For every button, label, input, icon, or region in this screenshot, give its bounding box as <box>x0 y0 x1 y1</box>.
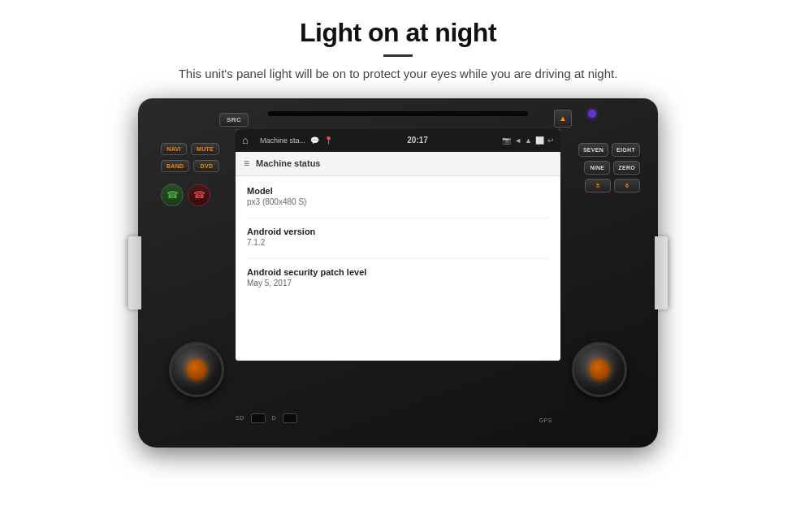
divider-1 <box>247 218 549 218</box>
src-button[interactable]: SRC <box>219 113 249 127</box>
left-button-panel: NAVI MUTE BAND DVD ☎ ☎ <box>161 143 219 206</box>
camera-status-icon: 📷 <box>502 136 511 145</box>
divider-2 <box>247 258 549 259</box>
eight-button[interactable]: EIGHT <box>612 143 640 157</box>
navi-mute-row: NAVI MUTE <box>161 143 219 155</box>
statusbar-right: 📷 ◄ ▲ ⬜ ↩ <box>502 136 554 145</box>
cd-slot <box>268 111 528 116</box>
android-statusbar: ⌂ Machine sta... 💬 📍 20:17 📷 ◄ ▲ ⬜ ↩ <box>236 129 560 152</box>
app-content: Model px3 (800x480 S) Android version 7.… <box>236 176 560 361</box>
phone-answer-button[interactable]: ☎ <box>161 184 184 206</box>
security-patch-value: May 5, 2017 <box>247 279 549 288</box>
device-wrapper: SRC ▲ NAVI MUTE BAND DVD ☎ ☎ SEVEN EIGH <box>138 98 658 448</box>
screen-area: ⌂ Machine sta... 💬 📍 20:17 📷 ◄ ▲ ⬜ ↩ <box>236 129 560 361</box>
statusbar-app-name: Machine sta... <box>260 136 305 145</box>
page-subtitle: This unit's panel light will be on to pr… <box>0 65 796 84</box>
seven-eight-row: SEVEN EIGHT <box>578 143 640 157</box>
title-divider <box>383 54 413 57</box>
d-label: D <box>272 415 277 421</box>
band-dvd-row: BAND DVD <box>161 160 219 172</box>
dvd-button[interactable]: DVD <box>193 160 219 172</box>
location-icon: 📍 <box>324 136 333 145</box>
arrow-icon[interactable]: ↩ <box>547 136 554 145</box>
zero-button[interactable]: ZERO <box>613 161 640 175</box>
five-button[interactable]: 5 <box>585 179 611 192</box>
clip-left <box>128 236 141 309</box>
app-toolbar: ≡ Machine status <box>236 152 560 176</box>
home-icon[interactable]: ⌂ <box>242 134 255 147</box>
navi-button[interactable]: NAVI <box>161 143 187 155</box>
model-info-row: Model px3 (800x480 S) <box>247 186 549 206</box>
sd-slot-2 <box>283 413 297 423</box>
radio-unit: SRC ▲ NAVI MUTE BAND DVD ☎ ☎ SEVEN EIGH <box>138 98 658 448</box>
statusbar-time: 20:17 <box>407 136 428 145</box>
gps-label: GPS <box>539 417 552 423</box>
statusbar-center: 20:17 <box>407 136 428 145</box>
purple-indicator <box>588 110 596 118</box>
phone-end-button[interactable]: ☎ <box>188 184 210 206</box>
android-version-row: Android version 7.1.2 <box>247 227 549 247</box>
nine-zero-row: NINE ZERO <box>584 161 640 175</box>
sd-label: SD <box>236 415 244 421</box>
right-button-panel: SEVEN EIGHT NINE ZERO 5 6 <box>578 143 640 192</box>
menu-icon[interactable]: ≡ <box>244 158 249 169</box>
seven-button[interactable]: SEVEN <box>578 143 608 157</box>
six-button[interactable]: 6 <box>614 179 640 192</box>
clip-right <box>655 236 668 309</box>
eject-icon[interactable]: ▲ <box>525 136 532 145</box>
model-value: px3 (800x480 S) <box>247 197 549 206</box>
sd-slot-1 <box>251 413 266 423</box>
phone-row: ☎ ☎ <box>161 184 219 206</box>
message-icon: 💬 <box>310 136 319 145</box>
page-header: Light on at night This unit's panel ligh… <box>0 0 796 90</box>
statusbar-left: ⌂ Machine sta... 💬 📍 <box>242 134 333 147</box>
five-six-row: 5 6 <box>585 179 640 192</box>
security-patch-label: Android security patch level <box>247 267 549 277</box>
mute-button[interactable]: MUTE <box>191 143 219 155</box>
nine-button[interactable]: NINE <box>584 161 610 175</box>
band-button[interactable]: BAND <box>161 160 189 172</box>
sd-slots: SD D <box>236 413 297 423</box>
tune-knob-right[interactable] <box>572 342 627 397</box>
back-icon[interactable]: ◄ <box>514 136 521 145</box>
volume-knob-left[interactable] <box>169 342 224 397</box>
android-version-label: Android version <box>247 227 549 236</box>
android-version-value: 7.1.2 <box>247 238 549 247</box>
square-icon[interactable]: ⬜ <box>535 136 544 145</box>
triangle-button[interactable]: ▲ <box>554 110 572 128</box>
page-title: Light on at night <box>0 18 796 48</box>
toolbar-title: Machine status <box>256 158 320 168</box>
security-patch-row: Android security patch level May 5, 2017 <box>247 267 549 288</box>
model-label: Model <box>247 186 549 196</box>
